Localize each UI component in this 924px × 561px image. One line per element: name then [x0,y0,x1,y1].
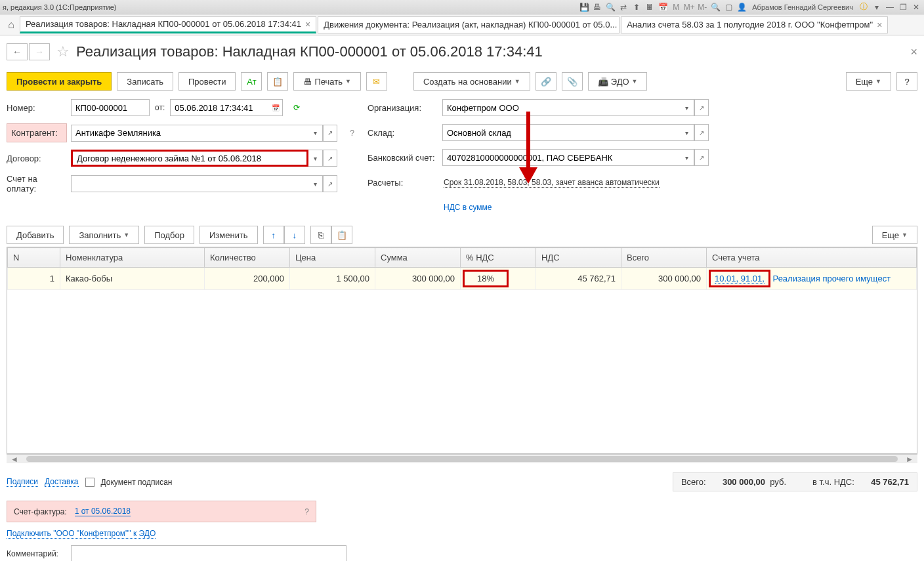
calendar-icon[interactable]: 📅 [658,2,668,12]
col-n[interactable]: N [8,248,60,268]
dropdown-icon[interactable]: ▾ [680,124,694,141]
more-button[interactable]: Еще ▼ [846,72,891,91]
email-icon[interactable]: ✉ [366,72,387,91]
number-input[interactable] [71,99,150,116]
delivery-link[interactable]: Доставка [45,477,79,487]
print-icon[interactable]: 🖶 [592,2,602,12]
cell-nds[interactable]: 45 762,71 [536,268,621,290]
post-button[interactable]: Провести [178,72,236,91]
edo-button[interactable]: 📠 ЭДО ▼ [588,72,648,91]
calc-link[interactable]: Срок 31.08.2018, 58.03, 58.03, зачет ава… [444,178,660,188]
compare-icon[interactable]: ⇄ [618,2,629,12]
tab-close-icon[interactable]: × [877,20,882,30]
dropdown-icon[interactable]: ▾ [680,149,694,166]
open-icon[interactable]: ↗ [323,150,337,167]
memory-mminus-icon[interactable]: M- [697,2,707,12]
tab-realization[interactable]: Реализация товаров: Накладная КП00-00000… [20,16,316,33]
save-icon[interactable]: 💾 [579,2,589,12]
table-more-button[interactable]: Еще ▼ [872,226,917,244]
tab-analysis[interactable]: Анализ счета 58.03 за 1 полугодие 2018 г… [621,16,888,33]
cell-price[interactable]: 1 500,00 [290,268,375,290]
open-icon[interactable]: ↗ [323,175,337,192]
create-based-button[interactable]: Создать на основании ▼ [413,72,530,91]
dropdown-icon[interactable]: ▾ [680,99,694,116]
bank-input[interactable] [442,149,680,166]
open-icon[interactable]: ↗ [694,149,709,166]
cell-sum[interactable]: 300 000,00 [375,268,461,290]
org-input[interactable] [442,99,680,116]
post-and-close-button[interactable]: Провести и закрыть [7,72,112,91]
col-nomen[interactable]: Номенклатура [60,248,205,268]
export-icon[interactable]: ⬆ [631,2,642,12]
preview-icon[interactable]: 🔍 [605,2,616,12]
open-icon[interactable]: ↗ [694,124,709,141]
col-qty[interactable]: Количество [205,248,290,268]
help-field-icon[interactable]: ? [346,129,354,138]
cell-pct-nds[interactable]: 18% [461,268,536,290]
print-button[interactable]: 🖶 Печать ▼ [293,72,361,91]
cell-accounts[interactable]: 10.01, 91.01, Реализация прочего имущест [707,268,917,290]
open-icon[interactable]: ↗ [323,125,337,142]
calculator-icon[interactable]: 🖩 [644,2,655,12]
date-input[interactable] [170,99,268,116]
invoice-pay-input[interactable] [71,175,308,192]
close-page-icon[interactable]: × [910,45,917,59]
cell-n[interactable]: 1 [8,268,60,290]
memory-mplus-icon[interactable]: M+ [684,2,694,12]
contract-input[interactable] [71,150,308,167]
col-price[interactable]: Цена [290,248,375,268]
close-window-icon[interactable]: ✕ [911,2,921,12]
refresh-icon[interactable]: ⟳ [287,103,300,112]
doc-state-icon[interactable]: Ат [241,72,262,91]
related-icon[interactable]: 🔗 [536,72,556,91]
cell-qty[interactable]: 200,000 [205,268,290,290]
open-icon[interactable]: ↗ [694,99,709,116]
dropdown-icon[interactable]: ▾ [308,175,323,192]
calendar-picker-icon[interactable]: 📅 [268,99,283,116]
col-total[interactable]: Всего [621,248,707,268]
dropdown-icon[interactable]: ▾ [308,150,323,167]
memory-m-icon[interactable]: M [671,2,681,12]
warehouse-input[interactable] [442,124,680,141]
favorite-icon[interactable]: ☆ [56,43,70,60]
col-accounts[interactable]: Счета учета [707,248,917,268]
col-sum[interactable]: Сумма [375,248,461,268]
invoice-link[interactable]: 1 от 05.06.2018 [75,507,131,516]
nav-back-button[interactable]: ← [7,43,28,60]
structure-icon[interactable]: 📋 [267,72,288,91]
copy-icon[interactable]: ⎘ [310,226,331,244]
min-dropdown-icon[interactable]: ▾ [872,2,882,12]
comment-input[interactable] [71,545,346,561]
zoom-icon[interactable]: 🔍 [710,2,721,12]
tab-close-icon[interactable]: × [305,19,310,30]
cell-nomen[interactable]: Какао-бобы [60,268,205,290]
dropdown-icon[interactable]: ▾ [308,125,323,142]
col-pct-nds[interactable]: % НДС [461,248,536,268]
attachment-icon[interactable]: 📎 [562,72,583,91]
help-icon[interactable]: ? [896,72,917,91]
horizontal-scrollbar[interactable]: ◄ ► [7,454,917,463]
move-down-icon[interactable]: ↓ [284,226,305,244]
connect-edo-link[interactable]: Подключить "ООО "Конфетпром"" к ЭДО [7,529,156,539]
tab-movements[interactable]: Движения документа: Реализация (акт, нак… [318,16,620,33]
signatures-link[interactable]: Подписи [7,477,38,487]
home-icon[interactable]: ⌂ [4,18,18,32]
info-icon[interactable]: ⓘ [858,2,869,12]
cell-total[interactable]: 300 000,00 [621,268,707,290]
nav-forward-button[interactable]: → [29,43,50,60]
nds-link[interactable]: НДС в сумме [444,203,492,212]
maximize-icon[interactable]: ❐ [898,2,908,12]
counterparty-input[interactable] [71,125,308,142]
minimize-icon[interactable]: — [885,2,895,12]
select-button[interactable]: Подбор [144,226,194,244]
col-nds[interactable]: НДС [536,248,621,268]
add-button[interactable]: Добавить [7,226,64,244]
fill-button[interactable]: Заполнить ▼ [69,226,139,244]
doc-signed-checkbox[interactable] [85,478,94,487]
windows-icon[interactable]: ▢ [723,2,734,12]
paste-icon[interactable]: 📋 [331,226,352,244]
change-button[interactable]: Изменить [200,226,258,244]
invoice-help-icon[interactable]: ? [304,507,309,516]
table-row[interactable]: 1 Какао-бобы 200,000 1 500,00 300 000,00… [8,268,917,290]
move-up-icon[interactable]: ↑ [263,226,284,244]
